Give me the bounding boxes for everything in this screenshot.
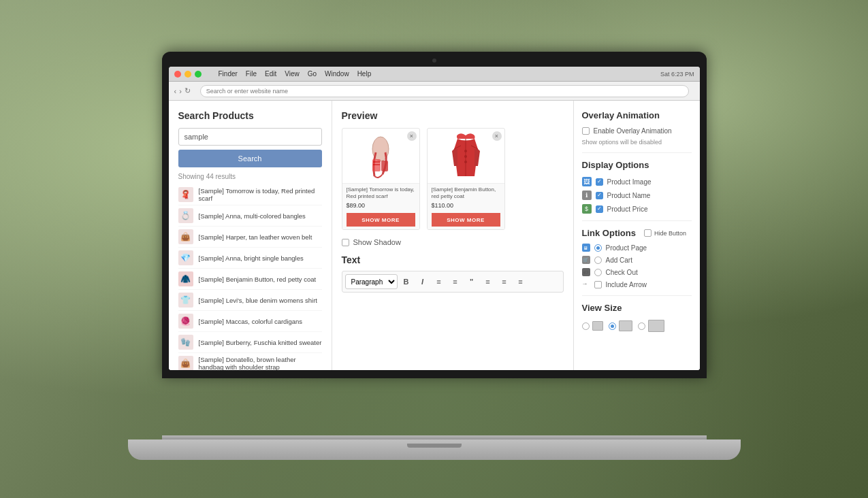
preview-title: Preview — [342, 110, 564, 121]
product-name: [Sample] Anna, bright single bangles — [199, 254, 304, 262]
product-page-label: Product Page — [606, 244, 647, 252]
product-name: [Sample] Donatello, brown leather handba… — [199, 356, 322, 370]
product-price-label: Product Price — [607, 205, 648, 213]
menu-window[interactable]: Window — [325, 70, 349, 78]
italic-button[interactable]: I — [415, 274, 430, 289]
system-time: Sat 6:23 PM — [660, 71, 694, 78]
menu-finder[interactable]: Finder — [219, 70, 238, 78]
product-thumb: 🧶 — [178, 314, 193, 329]
menu-file[interactable]: File — [246, 70, 257, 78]
align-center-button[interactable]: ≡ — [497, 274, 512, 289]
window-close-dot[interactable] — [174, 71, 181, 78]
add-cart-radio[interactable] — [594, 256, 602, 264]
forward-icon[interactable]: › — [179, 87, 182, 95]
add-cart-icon: 🛒 — [582, 256, 590, 264]
left-panel: Search Products Search Showing 44 result… — [169, 101, 332, 370]
show-shadow-label: Show Shadow — [353, 238, 401, 246]
search-button[interactable]: Search — [178, 150, 322, 167]
product-price-checkbox[interactable] — [596, 205, 603, 213]
menu-go[interactable]: Go — [308, 70, 317, 78]
menu-edit[interactable]: Edit — [265, 70, 276, 78]
arrow-icon: → — [582, 280, 590, 288]
display-options-title: Display Options — [582, 160, 692, 170]
size-small-radio[interactable] — [582, 322, 590, 330]
camera — [432, 59, 436, 63]
scarf-svg — [362, 132, 400, 180]
product-name: [Sample] Burberry, Fuschia knitted sweat… — [199, 339, 322, 346]
bold-button[interactable]: B — [399, 274, 414, 289]
svg-rect-1 — [372, 159, 381, 171]
window-maximize-dot[interactable] — [195, 71, 202, 78]
laptop-base — [128, 439, 741, 460]
product-thumb: 🧣 — [178, 187, 193, 202]
list-item[interactable]: 💎 [Sample] Anna, bright single bangles — [178, 248, 322, 269]
text-toolbar: Paragraph B I ≡ ≡ " ≡ ≡ ≡ — [342, 271, 564, 293]
refresh-icon[interactable]: ↻ — [184, 86, 191, 95]
include-arrow-row: → Include Arrow — [582, 280, 692, 288]
unordered-list-button[interactable]: ≡ — [432, 274, 447, 289]
product-list: 🧣 [Sample] Tomorrow is today, Red printe… — [178, 184, 322, 370]
list-item[interactable]: 🧤 [Sample] Burberry, Fuschia knitted swe… — [178, 332, 322, 353]
align-right-button[interactable]: ≡ — [513, 274, 528, 289]
list-item[interactable]: 👜 [Sample] Harper, tan leather woven bel… — [178, 227, 322, 248]
view-size-large — [638, 320, 664, 332]
product-page-radio[interactable] — [594, 244, 602, 252]
product-name-checkbox[interactable] — [596, 192, 603, 199]
card-name-2: [Sample] Benjamin Button, red petty coat — [432, 186, 500, 201]
show-more-btn-2[interactable]: SHOW MORE — [432, 213, 500, 227]
link-options-title: Link Options — [582, 228, 636, 238]
divider-2 — [582, 220, 692, 221]
coat-svg — [451, 132, 481, 180]
size-medium-box — [619, 320, 632, 331]
right-panel: Overlay Animation Enable Overlay Animati… — [574, 101, 700, 370]
check-out-radio[interactable] — [594, 269, 602, 276]
product-name: [Sample] Benjamin Button, red petty coat — [199, 276, 317, 283]
macos-status: Sat 6:23 PM — [660, 71, 694, 78]
svg-rect-2 — [381, 161, 388, 171]
address-text: Search or enter website name — [206, 88, 288, 95]
back-icon[interactable]: ‹ — [174, 87, 177, 95]
size-large-radio[interactable] — [638, 322, 645, 330]
search-input[interactable] — [178, 128, 322, 146]
show-shadow-checkbox[interactable] — [342, 239, 349, 246]
size-medium-radio[interactable] — [609, 322, 616, 330]
menu-help[interactable]: Help — [357, 70, 372, 78]
close-card-2[interactable]: × — [492, 131, 502, 141]
check-out-label: Check Out — [606, 269, 638, 276]
list-item[interactable]: 🧣 [Sample] Tomorrow is today, Red printe… — [178, 184, 322, 205]
list-item[interactable]: 🧶 [Sample] Maccas, colorful cardigans — [178, 311, 322, 332]
window-minimize-dot[interactable] — [184, 71, 191, 78]
overlay-enable-checkbox[interactable] — [582, 127, 590, 135]
list-item[interactable]: 👕 [Sample] Levi's, blue denim womens shi… — [178, 290, 322, 311]
shadow-row: Show Shadow — [342, 238, 564, 246]
app-content: Search Products Search Showing 44 result… — [169, 101, 700, 370]
close-card-1[interactable]: × — [407, 131, 417, 141]
address-bar[interactable]: Search or enter website name — [200, 85, 689, 97]
product-page-icon: 🖥 — [582, 244, 590, 252]
product-price-row: $ Product Price — [582, 204, 692, 214]
hide-button-label: Hide Button — [654, 230, 686, 237]
add-cart-row: 🛒 Add Cart — [582, 256, 692, 264]
hide-button-checkbox[interactable] — [644, 229, 652, 237]
divider-1 — [582, 152, 692, 153]
product-image-checkbox[interactable] — [596, 178, 603, 186]
product-thumb: 🧤 — [178, 335, 193, 350]
size-large-box — [648, 320, 664, 332]
card-name-1: [Sample] Tomorrow is today, Red printed … — [347, 186, 415, 201]
card-info-1: [Sample] Tomorrow is today, Red printed … — [342, 183, 419, 229]
svg-point-5 — [464, 150, 467, 152]
ordered-list-button[interactable]: ≡ — [448, 274, 463, 289]
paragraph-select[interactable]: Paragraph — [345, 274, 398, 289]
overlay-title: Overlay Animation — [582, 110, 692, 120]
list-item[interactable]: 💍 [Sample] Anna, multi-colored bangles — [178, 205, 322, 227]
quote-button[interactable]: " — [464, 274, 479, 289]
product-name: [Sample] Maccas, colorful cardigans — [199, 318, 303, 325]
show-more-btn-1[interactable]: SHOW MORE — [347, 213, 415, 227]
align-left-button[interactable]: ≡ — [481, 274, 496, 289]
menu-view[interactable]: View — [285, 70, 300, 78]
product-page-row: 🖥 Product Page — [582, 244, 692, 252]
preview-products: × — [342, 128, 564, 230]
list-item[interactable]: 👜 [Sample] Donatello, brown leather hand… — [178, 353, 322, 370]
include-arrow-checkbox[interactable] — [594, 281, 602, 288]
list-item[interactable]: 🧥 [Sample] Benjamin Button, red petty co… — [178, 269, 322, 290]
